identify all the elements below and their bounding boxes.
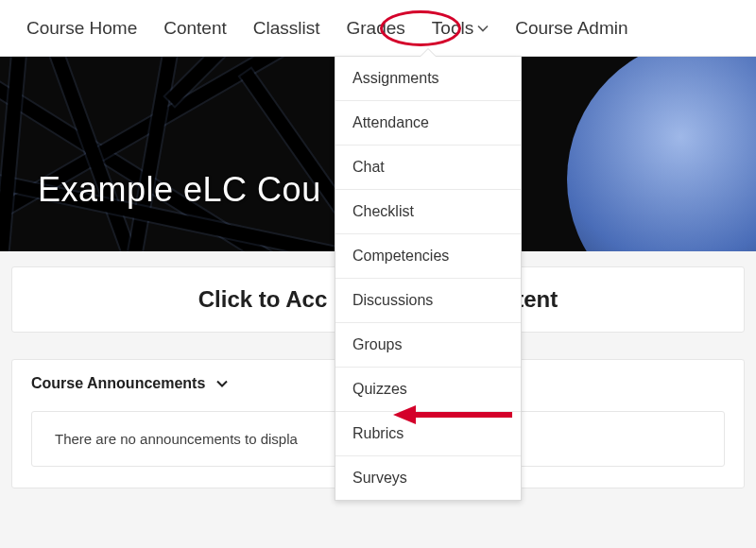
course-navbar: Course Home Content Classlist Grades Too… xyxy=(0,0,756,57)
tools-menu-label: Groups xyxy=(352,336,402,352)
nav-course-home-label: Course Home xyxy=(26,18,137,39)
tools-menu-label: Assignments xyxy=(352,70,439,86)
tools-menu-surveys[interactable]: Surveys xyxy=(335,456,521,500)
tools-menu-competencies[interactable]: Competencies xyxy=(335,234,521,279)
nav-grades-label: Grades xyxy=(347,18,405,39)
access-content-label-left: Click to Acc xyxy=(198,286,328,312)
tools-menu-assignments[interactable]: Assignments xyxy=(335,57,521,101)
nav-content[interactable]: Content xyxy=(154,12,236,44)
announcements-empty-text: There are no announcements to displa xyxy=(55,431,298,447)
tools-menu-label: Rubrics xyxy=(352,425,404,441)
tools-menu-label: Chat xyxy=(352,159,385,175)
tools-menu-checklist[interactable]: Checklist xyxy=(335,190,521,234)
tools-menu-label: Surveys xyxy=(352,470,407,486)
nav-course-home[interactable]: Course Home xyxy=(17,12,146,44)
nav-tools[interactable]: Tools xyxy=(422,12,498,44)
nav-course-admin[interactable]: Course Admin xyxy=(506,12,637,44)
nav-content-label: Content xyxy=(163,18,227,39)
tools-dropdown: Assignments Attendance Chat Checklist Co… xyxy=(335,57,522,501)
tools-menu-chat[interactable]: Chat xyxy=(335,146,521,190)
access-content-label-right: tent xyxy=(516,286,558,312)
nav-classlist-label: Classlist xyxy=(253,18,320,39)
course-banner-title: Example eLC Cou xyxy=(38,170,321,210)
banner-sphere-graphic xyxy=(567,57,756,251)
chevron-down-icon xyxy=(477,23,489,34)
tools-menu-attendance[interactable]: Attendance xyxy=(335,101,521,146)
tools-menu-groups[interactable]: Groups xyxy=(335,323,521,368)
tools-menu-discussions[interactable]: Discussions xyxy=(335,279,521,323)
nav-tools-label: Tools xyxy=(432,18,473,39)
announcements-header-label: Course Announcements xyxy=(31,375,205,392)
nav-grades[interactable]: Grades xyxy=(337,12,415,44)
nav-classlist[interactable]: Classlist xyxy=(244,12,330,44)
tools-menu-label: Discussions xyxy=(352,292,433,308)
tools-menu-label: Quizzes xyxy=(352,381,407,397)
tools-menu-quizzes[interactable]: Quizzes xyxy=(335,368,521,412)
tools-menu-label: Checklist xyxy=(352,203,414,219)
nav-course-admin-label: Course Admin xyxy=(515,18,627,39)
tools-menu-rubrics[interactable]: Rubrics xyxy=(335,412,521,456)
tools-menu-label: Attendance xyxy=(352,114,429,130)
chevron-down-icon xyxy=(216,378,228,389)
tools-menu-label: Competencies xyxy=(352,248,449,264)
